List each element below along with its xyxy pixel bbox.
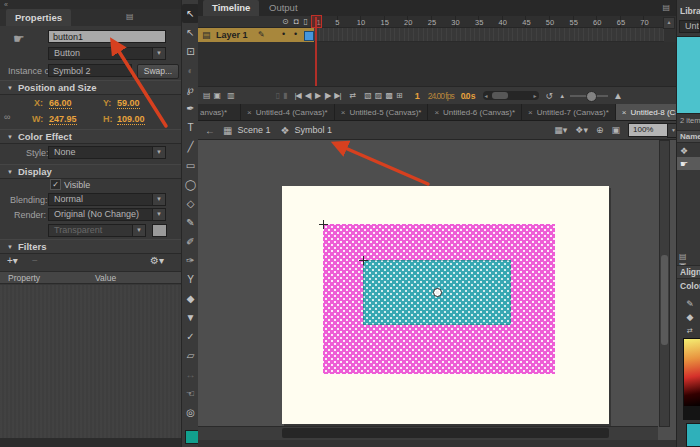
modify-markers-button[interactable]: ⊞	[396, 91, 402, 100]
layer-frames-track[interactable]	[314, 28, 664, 42]
loop-button[interactable]: ▮	[283, 91, 286, 100]
center-frame-button[interactable]: ▯	[276, 91, 279, 100]
color-picker-dark-zone[interactable]	[683, 406, 700, 420]
color-picker-gradient[interactable]	[683, 338, 700, 408]
document-tab-clipped[interactable]: anvas)*	[198, 104, 241, 120]
timeline-horizontal-scrollbar[interactable]: ◂ ▸	[483, 91, 539, 100]
selected-color-swatch[interactable]	[686, 423, 700, 447]
library-panel-title[interactable]: Librar	[680, 6, 700, 16]
subselection-tool-icon[interactable]: ↖	[182, 23, 199, 42]
polystar-tool-icon[interactable]: ◇	[182, 194, 199, 213]
go-to-first-frame-button[interactable]: |◀	[295, 91, 301, 100]
onion-skin-button[interactable]: ▧	[364, 91, 371, 100]
tab-properties[interactable]: Properties	[6, 9, 71, 26]
fill-color-bucket-icon[interactable]: ◆	[683, 311, 697, 324]
onion-skin-outlines-button[interactable]: ▨	[375, 91, 382, 100]
swap-button[interactable]: Swap...	[137, 64, 179, 79]
properties-panel-gripper[interactable]: «	[0, 0, 181, 9]
symbol-behavior-select[interactable]: Button ▼	[48, 47, 166, 60]
section-display[interactable]: ▼ Display	[0, 164, 181, 179]
show-layers-as-outlines-icon[interactable]: ▯	[304, 17, 308, 26]
stage-horizontal-scrollbar[interactable]	[198, 426, 658, 440]
collapse-panel-icon[interactable]: «	[4, 1, 8, 8]
render-select[interactable]: Original (No Change) ▼	[48, 208, 166, 221]
3d-rotation-tool-icon[interactable]: ◐	[182, 61, 199, 80]
timeline-scroll-up-icon[interactable]: ▴	[663, 17, 675, 29]
edit-scene-button[interactable]: ▦▾	[554, 125, 567, 135]
library-document-select[interactable]: Untitl	[679, 20, 700, 33]
lasso-tool-icon[interactable]: ℘	[182, 80, 199, 99]
lock-unlock-all-layers-icon[interactable]: ◘	[294, 17, 299, 26]
w-value[interactable]: 247.95	[49, 114, 77, 125]
brush-tool-icon[interactable]: ✐	[182, 232, 199, 251]
layer-name[interactable]: Layer 1	[216, 30, 248, 40]
layer-row[interactable]: ▤ Layer 1 ✎ • •	[198, 28, 314, 42]
timeline-zoom-out-icon[interactable]: ▲	[559, 93, 565, 99]
clip-content-button[interactable]: ▣	[611, 125, 620, 135]
breadcrumb-scene[interactable]: Scene 1	[237, 125, 270, 135]
close-tab-icon[interactable]: ×	[434, 108, 439, 117]
section-color-effect[interactable]: ▼ Color Effect	[0, 129, 181, 144]
panel-menu-icon[interactable]: ▤	[662, 3, 670, 12]
breadcrumb-symbol[interactable]: Symbol 1	[294, 125, 332, 135]
show-hide-all-layers-icon[interactable]: ⊙	[282, 17, 289, 26]
timeline-zoom-in-icon[interactable]: ▲	[613, 90, 623, 101]
tab-color[interactable]: Color	[680, 281, 700, 291]
tab-output[interactable]: Output	[260, 0, 307, 16]
free-transform-tool-icon[interactable]: ⊡	[182, 42, 199, 61]
timeline-zoom-slider[interactable]	[570, 95, 608, 97]
frame-rate-value[interactable]: 24.00 fps	[428, 91, 454, 101]
pencil-tool-icon[interactable]: ✎	[182, 213, 199, 232]
delete-layer-button[interactable]: ▥	[227, 91, 234, 100]
x-value[interactable]: 66.00	[49, 98, 72, 109]
slider-thumb[interactable]	[586, 91, 597, 102]
layer-lock-dot[interactable]: •	[294, 29, 297, 39]
registration-point[interactable]	[433, 288, 442, 297]
document-tab[interactable]: ×Untitled-6 (Canvas)*	[428, 104, 522, 120]
step-back-button[interactable]: ◀|	[305, 91, 311, 100]
swap-colors-icon[interactable]: ⇄	[683, 324, 697, 337]
remove-filter-button[interactable]: −	[32, 255, 38, 266]
eraser-tool-icon[interactable]: ▱	[182, 346, 199, 365]
paint-bucket-tool-icon[interactable]: ◆	[182, 289, 199, 308]
oval-tool-icon[interactable]: ◯	[182, 175, 199, 194]
layer-outline-color-swatch[interactable]	[304, 31, 314, 41]
stage-vertical-scrollbar[interactable]	[659, 140, 670, 427]
new-layer-button[interactable]: ▤	[203, 91, 210, 100]
section-filters[interactable]: ▼ Filters	[0, 239, 181, 254]
blending-select[interactable]: Normal ▼	[48, 193, 166, 206]
hand-tool-icon[interactable]: ☜	[182, 384, 199, 403]
h-value[interactable]: 109.00	[117, 114, 145, 125]
loop-range-button[interactable]: ⇄	[350, 91, 356, 100]
timeline-ruler[interactable]: 1510152025303540455055606570	[314, 16, 664, 28]
stroke-color-pencil-icon[interactable]: ✎	[683, 298, 697, 311]
tab-timeline[interactable]: Timeline	[203, 0, 259, 16]
scrollbar-thumb[interactable]	[282, 428, 609, 438]
y-value[interactable]: 59.00	[117, 98, 140, 109]
ink-bottle-tool-icon[interactable]: ▼	[182, 308, 199, 327]
scroll-right-icon[interactable]: ▸	[534, 92, 537, 100]
width-tool-icon[interactable]: ↔	[182, 365, 199, 384]
document-tab[interactable]: ×Untitled-7 (Canvas)*	[522, 104, 616, 120]
reset-timeline-zoom-icon[interactable]: ↺	[546, 91, 553, 101]
selection-tool-icon[interactable]: ↖	[182, 4, 199, 23]
paint-brush-tool-icon[interactable]: ✑	[182, 251, 199, 270]
go-to-last-frame-button[interactable]: ▶|	[334, 91, 340, 100]
library-name-column-header[interactable]: Name	[677, 130, 700, 143]
document-tab[interactable]: ×Untitled-5 (Canvas)*	[335, 104, 429, 120]
stage-area[interactable]	[198, 140, 676, 447]
library-item-symbol[interactable]: ❖	[677, 144, 700, 157]
line-tool-icon[interactable]: ╱	[182, 137, 199, 156]
library-item-button[interactable]: ☛	[677, 157, 700, 170]
close-tab-icon[interactable]: ×	[528, 108, 533, 117]
filters-list-empty[interactable]	[0, 285, 181, 438]
stage-canvas[interactable]	[282, 186, 609, 424]
add-filter-button[interactable]: +▾	[7, 255, 18, 266]
close-tab-icon[interactable]: ×	[247, 108, 252, 117]
panel-menu-icon[interactable]: ▤	[126, 12, 134, 21]
tab-align[interactable]: Align	[677, 265, 700, 279]
scrollbar-thumb[interactable]	[492, 92, 508, 99]
instance-of-field[interactable]: Symbol 2	[48, 64, 132, 77]
scrollbar-thumb[interactable]	[661, 255, 668, 345]
play-button[interactable]: ▶	[315, 91, 320, 100]
